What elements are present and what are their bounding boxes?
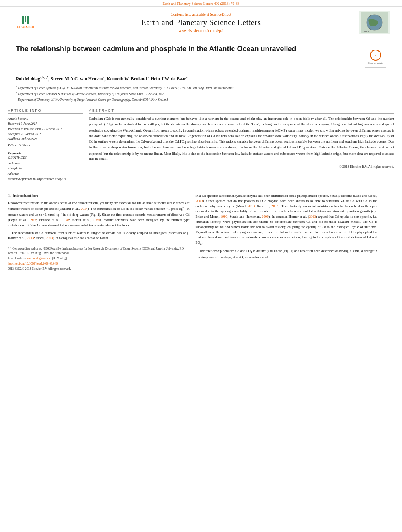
intro-para-2: The mechanism of Cd-removal from surface…	[8, 230, 190, 241]
editor-info: Editor: D. Vance	[8, 143, 83, 148]
elsevier-logo: ELSEVIER	[8, 11, 43, 34]
keywords-label: Keywords:	[8, 151, 83, 155]
abstract-paragraph: Cadmium (Cd) is not generally considered…	[89, 116, 394, 162]
email-link[interactable]: rob.middag@nioz.nl	[27, 256, 52, 260]
revised-date: Received in revised form 22 March 2018	[8, 126, 83, 132]
citation-bar: Earth and Planetary Science Letters 492 …	[0, 0, 402, 7]
author-2-name: Steven M.A.C. van Heuven	[51, 76, 103, 81]
ref-2013c[interactable]: 2013	[248, 204, 255, 208]
intro-body-text-left: Dissolved trace metals in the oceans occ…	[8, 200, 190, 241]
author-4-name: Hein J.W. de Baar	[151, 76, 186, 81]
badge-circle: ✓	[370, 50, 381, 61]
logo-bar-3	[27, 16, 29, 24]
received-date: Received 9 June 2017	[8, 121, 83, 126]
author-4-sup: c	[186, 76, 188, 79]
main-body: 1. Introduction Dissolved trace metals i…	[0, 190, 402, 274]
elsevier-text: ELSEVIER	[17, 25, 35, 29]
email-author: (R. Middag).	[52, 256, 68, 260]
footnote-area: * * Corresponding author at: NIOZ Royal …	[8, 245, 190, 271]
history-label: Article history:	[8, 116, 83, 121]
ref-1990[interactable]: 1990	[221, 215, 228, 219]
journal-center: Contents lists available at ScienceDirec…	[43, 13, 359, 33]
journal-url[interactable]: www.elsevier.com/locate/epsl	[43, 29, 359, 33]
left-col-article-info: ARTICLE INFO Article history: Received 9…	[8, 109, 83, 182]
email-label: E-mail address:	[8, 256, 27, 260]
article-title-row: The relationship between cadmium and pho…	[16, 44, 386, 68]
intro-para-1: Dissolved trace metals in the oceans occ…	[8, 200, 190, 228]
ref-1976a[interactable]: 1976	[29, 218, 36, 222]
author-3-sup: b	[147, 76, 149, 79]
citation-text: Earth and Planetary Science Letters 492 …	[162, 2, 239, 6]
keyword-5: extended optimum multiparameter analysis	[8, 176, 83, 182]
article-info-abstract-row: ARTICLE INFO Article history: Received 9…	[0, 105, 402, 185]
abstract-text: Cadmium (Cd) is not generally considered…	[89, 116, 394, 169]
footnote-doi: https://doi.org/10.1016/j.epsl.2018.03.0…	[8, 262, 190, 266]
article-title-section: The relationship between cadmium and pho…	[0, 37, 402, 72]
authors-section: Rob Middaga,b,c,*, Steven M.A.C. van Heu…	[0, 72, 402, 83]
journal-right: EARTH	[359, 11, 394, 34]
affiliation-a: a Department of Ocean Systems (OCS), NIO…	[16, 85, 386, 90]
footnote-corresponding-text: * Corresponding author at: NIOZ Royal Ne…	[8, 247, 184, 255]
right-para-2: The relationship between Cd and PO4 is d…	[196, 248, 378, 261]
svg-text:EARTH: EARTH	[363, 30, 369, 33]
author-3-name: Kenneth W. Bruland	[107, 76, 147, 81]
sciencedirect-text[interactable]: ScienceDirect	[210, 13, 231, 17]
doi-link[interactable]: https://doi.org/10.1016/j.epsl.2018.03.0…	[8, 262, 58, 265]
article-title: The relationship between cadmium and pho…	[16, 44, 361, 54]
abstract-header: ABSTRACT	[89, 109, 394, 114]
ref-1976b[interactable]: 1976	[93, 218, 100, 222]
check-updates-badge: ✓ Check for updates	[365, 46, 386, 68]
affiliations-section: a Department of Ocean Systems (OCS), NIO…	[0, 83, 402, 105]
ref-2007[interactable]: 2007	[271, 204, 278, 208]
authors-line: Rob Middaga,b,c,*, Steven M.A.C. van Heu…	[16, 75, 386, 82]
body-left-column: 1. Introduction Dissolved trace metals i…	[8, 193, 190, 271]
affiliation-c: c Department of Chemistry, NIWA/Universi…	[16, 97, 386, 102]
author-1-sup: a,b,c,*	[40, 76, 48, 79]
section-divider	[8, 187, 394, 187]
available-date: Available online xxxx	[8, 136, 83, 141]
body-right-column: in a Cd-specific carbonic anhydrase enzy…	[196, 193, 378, 271]
keyword-4: Atlantic	[8, 171, 83, 177]
keyword-3: phosphate	[8, 166, 83, 171]
section-number: 1.	[8, 193, 11, 198]
journal-title: Earth and Planetary Science Letters	[43, 18, 359, 27]
intro-body-text-right: in a Cd-specific carbonic anhydrase enzy…	[196, 193, 378, 261]
ref-2000[interactable]: 2000	[196, 199, 203, 203]
article-history: Article history: Received 9 June 2017 Re…	[8, 116, 83, 148]
author-2-sup: a	[103, 76, 104, 79]
right-para-1: in a Cd-specific carbonic anhydrase enzy…	[196, 193, 378, 246]
footnote-corresponding: * * Corresponding author at: NIOZ Royal …	[8, 247, 190, 255]
journal-header: ELSEVIER Contents lists available at Sci…	[0, 7, 402, 37]
footnote-email: E-mail address: rob.middag@nioz.nl (R. M…	[8, 256, 190, 261]
sciencedirect-link: Contents lists available at ScienceDirec…	[43, 13, 359, 17]
accepted-date: Accepted 23 March 2018	[8, 132, 83, 137]
ref-2013d[interactable]: 2013	[309, 215, 316, 219]
logo-bar-1	[22, 16, 24, 24]
keyword-1: GEOTRACES	[8, 155, 83, 161]
ref-2000b[interactable]: 2000	[262, 215, 269, 219]
keywords-list: GEOTRACES cadmium phosphate Atlantic ext…	[8, 155, 83, 182]
copyright-line: © 2018 Elsevier B.V. All rights reserved…	[89, 164, 394, 169]
right-col-abstract: ABSTRACT Cadmium (Cd) is not generally c…	[89, 109, 394, 182]
section-title-text: Introduction	[13, 193, 38, 198]
keywords-section: Keywords: GEOTRACES cadmium phosphate At…	[8, 151, 83, 182]
ref-2013b[interactable]: 2013	[46, 236, 53, 240]
ref-1978[interactable]: 1978	[62, 218, 69, 222]
issn-note: 0012-821X/© 2018 Elsevier B.V. All right…	[8, 267, 190, 271]
affiliation-b: b Department of Ocean Sciences & Institu…	[16, 91, 386, 96]
logo-bars	[22, 16, 29, 24]
page-container: Earth and Planetary Science Letters 492 …	[0, 0, 402, 532]
ref-2014[interactable]: 2014	[81, 207, 88, 211]
earth-journal-icon: EARTH	[359, 11, 390, 34]
contents-label: Contents lists available at	[171, 13, 209, 17]
keyword-2: cadmium	[8, 161, 83, 166]
author-1-name: Rob Middag	[16, 76, 40, 81]
check-updates-text: Check for updates	[367, 62, 383, 64]
ref-2013a[interactable]: 2013	[27, 236, 34, 240]
logo-bar-2	[25, 16, 26, 22]
article-info-header: ARTICLE INFO	[8, 109, 83, 114]
intro-section-title: 1. Introduction	[8, 193, 190, 198]
